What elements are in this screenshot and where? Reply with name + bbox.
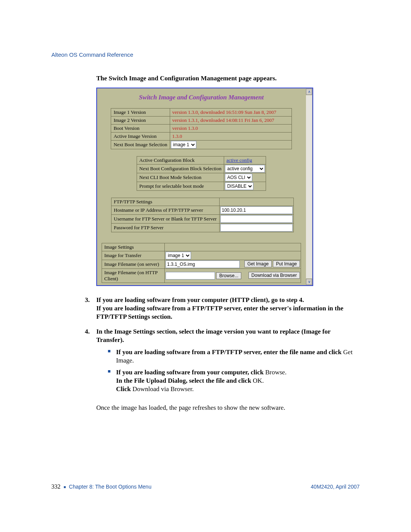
bullet-1: ■ If you are loading software from a FTP… (108, 348, 360, 365)
doc-id: 40M2420, April 2007 (311, 484, 360, 490)
active-config-link[interactable]: active config (226, 157, 252, 163)
value-image2: version 1.3.1, downloaded 14:08:11 Fri J… (170, 117, 292, 125)
bullet-2-action-c: Download via Browser. (132, 385, 194, 393)
label-file-server: Image Filename (on server) (102, 260, 165, 269)
get-image-button[interactable]: Get Image (244, 260, 272, 267)
table-row: Image Filename (on server) Get Image Put… (102, 260, 301, 269)
versions-table: Image 1 Version version 1.3.0, downloade… (111, 108, 292, 149)
prompt-mode-select[interactable]: DISABLE (225, 182, 253, 190)
panel-title: Switch Image and Configuration Managemen… (97, 88, 306, 108)
table-row: Image Filename (on HTTP Client) Browse..… (102, 269, 301, 283)
config-block-table: Active Configuration Block active config… (137, 156, 266, 191)
image-settings-table: Image Settings Image for Transfer image … (102, 243, 301, 283)
table-row: Image 2 Version version 1.3.1, downloade… (111, 117, 292, 125)
label-ftp-host: Hostname or IP Address of FTP/TFTP serve… (112, 206, 220, 215)
ftp-header: FTP/TFTP Settings (112, 198, 220, 206)
page-footer: 332 ■ Chapter 8: The Boot Options Menu 4… (51, 483, 360, 490)
label-cli-mode: Next CLI Boot Mode Selection (137, 173, 224, 182)
label-image1: Image 1 Version (111, 109, 170, 117)
file-server-input[interactable] (166, 260, 240, 268)
table-header: Image Settings (102, 243, 301, 251)
step-3-number: 3. (85, 296, 96, 321)
label-file-http: Image Filename (on HTTP Client) (102, 269, 165, 283)
cli-mode-select[interactable]: AOS CLI (225, 174, 252, 181)
step-4-line1: In the Image Settings section, select th… (96, 328, 331, 343)
value-active: 1.3.0 (170, 133, 292, 141)
bullet-2-text-b: In the File Upload Dialog, select the fi… (116, 377, 253, 384)
followup-text: Once the image has loaded, the page refr… (96, 404, 360, 412)
label-active-config: Active Configuration Block (137, 157, 224, 165)
bullet-2-text-a: If you are loading software from your co… (116, 369, 265, 376)
next-config-select[interactable]: active config (225, 165, 265, 173)
square-bullet-icon: ■ (64, 485, 66, 489)
ftp-user-input[interactable] (220, 215, 293, 223)
table-row: Image 1 Version version 1.3.0, downloade… (111, 109, 292, 117)
label-image2: Image 2 Version (111, 117, 170, 125)
section-intro: The Switch Image and Configuration Manag… (96, 75, 360, 82)
bullet-2-action-a: Browse. (265, 369, 287, 376)
bullet-1-text: If you are loading software from a FTP/T… (116, 348, 343, 356)
browse-button[interactable]: Browse... (216, 272, 241, 279)
image-transfer-select[interactable]: image 1 (166, 252, 191, 259)
table-row: Image for Transfer image 1 (102, 251, 301, 260)
table-row: Password for FTP Server (112, 224, 294, 232)
scroll-track[interactable] (306, 95, 312, 278)
label-boot: Boot Version (111, 125, 170, 133)
label-image-transfer: Image for Transfer (102, 251, 165, 260)
table-row: Next Boot Image Selection image 1 (111, 141, 292, 149)
step-3-line2: If you are loading software from a FTP/T… (96, 305, 343, 320)
page-number: 332 (51, 483, 61, 490)
value-boot: version 1.3.0 (170, 125, 292, 133)
download-browser-button[interactable]: Download via Browser (249, 272, 300, 279)
doc-header-title: Alteon OS Command Reference (51, 51, 360, 58)
step-3-line1: If you are loading software from your co… (96, 296, 304, 304)
label-next-config: Next Boot Configuration Block Selection (137, 165, 224, 173)
scroll-up-icon[interactable]: ∧ (306, 89, 312, 95)
table-row: Prompt for selectable boot mode DISABLE (137, 182, 266, 191)
scroll-down-icon[interactable]: ∨ (306, 279, 312, 285)
label-prompt-mode: Prompt for selectable boot mode (137, 182, 224, 191)
ftp-settings-table: FTP/TFTP Settings Hostname or IP Address… (111, 198, 294, 232)
table-row: Boot Version version 1.3.0 (111, 125, 292, 133)
table-header: FTP/TFTP Settings (112, 198, 294, 206)
square-bullet-icon: ■ (108, 348, 116, 365)
label-active: Active Image Version (111, 133, 170, 141)
step-4-number: 4. (85, 328, 96, 397)
table-row: Next CLI Boot Mode Selection AOS CLI (137, 173, 266, 182)
table-row: Active Image Version 1.3.0 (111, 133, 292, 141)
bullet-2: ■ If you are loading software from your … (108, 368, 360, 393)
square-bullet-icon: ■ (108, 368, 116, 393)
next-boot-image-select[interactable]: image 1 (171, 141, 196, 149)
admin-panel-screenshot: ∧ ∨ Switch Image and Configuration Manag… (96, 88, 313, 286)
chapter-name: Chapter 8: The Boot Options Menu (69, 484, 151, 490)
bullet-2-text-c: Click (116, 385, 132, 393)
table-row: Username for FTP Server or Blank for TFT… (112, 215, 294, 224)
ftp-host-input[interactable] (220, 206, 293, 214)
bullet-2-action-b: OK. (253, 377, 264, 384)
table-row: Active Configuration Block active config (137, 157, 266, 165)
file-http-input[interactable] (166, 272, 215, 280)
step-3: 3. If you are loading software from your… (85, 296, 360, 321)
step-4: 4. In the Image Settings section, select… (85, 328, 360, 397)
label-ftp-pass: Password for FTP Server (112, 224, 220, 232)
value-image1: version 1.3.0, downloaded 16:51:09 Sun J… (170, 109, 292, 117)
table-row: Hostname or IP Address of FTP/TFTP serve… (112, 206, 294, 215)
put-image-button[interactable]: Put Image (273, 260, 300, 267)
image-settings-header: Image Settings (102, 243, 165, 251)
label-ftp-user: Username for FTP Server or Blank for TFT… (112, 215, 220, 224)
table-row: Next Boot Configuration Block Selection … (137, 165, 266, 173)
ftp-pass-input[interactable] (220, 224, 293, 232)
label-nextboot: Next Boot Image Selection (111, 141, 170, 149)
